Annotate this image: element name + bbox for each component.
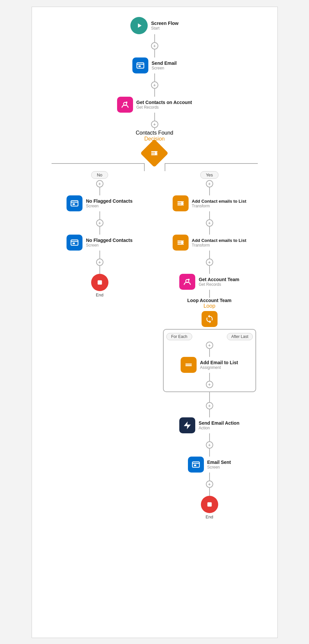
email-sent-label: Email Sent Screen [207,460,231,470]
start-node[interactable]: Screen Flow Start [130,17,178,34]
for-each-label: For Each [166,333,193,340]
no-flagged-1-icon [67,195,82,211]
connector [209,187,210,195]
get-account-team-node[interactable]: Get Account Team Get Records [179,274,239,290]
add-after-email-sent[interactable]: + [206,481,213,488]
branch-columns: No + No Flagged Contacts Screen + [45,171,264,519]
add-after-get-contacts[interactable]: + [151,121,158,128]
connector [209,251,210,259]
svg-point-28 [188,279,190,280]
add-after-send-email[interactable]: + [151,81,158,89]
add-in-loop[interactable]: + [206,342,213,349]
svg-rect-14 [73,203,75,205]
connector [99,211,100,219]
add-email-to-list-label: Add Email to List Assignment [200,360,238,370]
get-contacts-node[interactable]: Get Contacts on Account Get Records [117,97,192,113]
svg-marker-31 [184,421,191,429]
add-after-add-email[interactable]: + [206,381,213,388]
add-contact-emails-2-label: Add Contact emails to List Transform [192,238,246,248]
svg-marker-0 [138,24,142,28]
loop-label: Loop Account Team Loop [187,298,232,309]
add-after-no-flagged-1[interactable]: + [96,219,103,227]
connector [154,73,155,81]
add-after-ace1[interactable]: + [206,219,213,227]
end-right-icon [201,496,218,513]
right-arm-line [165,163,258,171]
connector [209,409,210,417]
left-horiz [52,163,145,164]
end-right-node[interactable]: End [201,496,218,519]
send-email-action-icon [179,417,195,433]
no-flagged-2-icon [67,235,82,251]
after-last-label: After Last [227,333,252,340]
add-contact-emails-1-label: Add Contact emails to List Transform [192,199,246,208]
svg-rect-18 [97,280,102,285]
left-branch: No + No Flagged Contacts Screen + [45,171,155,297]
connector [209,473,210,481]
no-flagged-1-label: No Flagged Contacts Screen [86,198,132,208]
add-after-ace2[interactable]: + [206,259,213,266]
add-contact-emails-1-node[interactable]: Add Contact emails to List Transform [173,195,246,211]
loop-icon[interactable] [202,311,218,327]
connector [99,251,100,259]
connector [209,227,210,235]
start-icon [130,17,148,34]
flow-root: Screen Flow Start + Send Email Screen + [32,14,277,519]
connector [154,113,155,121]
svg-rect-35 [207,502,212,507]
connector [209,373,210,381]
left-arm-line [52,163,145,171]
email-sent-icon [188,457,204,473]
end-left-node[interactable]: End [91,274,108,297]
add-after-start[interactable]: + [151,42,158,50]
connector [209,433,210,441]
add-contact-emails-2-node[interactable]: Add Contact emails to List Transform [173,235,246,251]
no-branch-label: No [91,171,108,179]
add-email-to-list-node[interactable]: Add Email to List Assignment [181,357,238,373]
send-email-screen-icon [132,57,148,73]
right-horiz [165,163,258,164]
connector [209,266,210,274]
yes-branch-label: Yes [200,171,219,179]
no-flagged-1-node[interactable]: No Flagged Contacts Screen [67,195,132,211]
add-contact-emails-2-icon [173,235,189,251]
connector [99,266,100,274]
email-sent-node[interactable]: Email Sent Screen [188,457,231,473]
svg-rect-17 [73,243,75,244]
right-branch: Yes + Add Contact emails to List Transfo… [155,171,264,519]
add-after-send-action[interactable]: + [206,441,213,449]
connector [209,392,210,402]
decision-node[interactable]: Contacts Found Decision [136,130,173,163]
start-node-label: Screen Flow Start [151,21,178,31]
end-left-icon [91,274,108,291]
flow-canvas: Screen Flow Start + Send Email Screen + [32,7,278,638]
add-contact-emails-1-icon [173,195,189,211]
send-email-action-label: Send Email Action Action [199,420,239,430]
connector [99,227,100,235]
connector [209,488,210,496]
add-yes-branch[interactable]: + [206,180,213,187]
branch-lines [52,163,258,171]
loop-box: For Each After Last + Add Email to List … [163,329,256,392]
send-email-screen-node[interactable]: Send Email Screen [132,57,177,73]
add-after-loop[interactable]: + [206,402,213,409]
right-vert [165,164,165,171]
connector [154,34,155,42]
get-contacts-icon [117,97,133,113]
add-no-branch[interactable]: + [96,180,103,187]
connector [209,290,210,298]
get-contacts-label: Get Contacts on Account Get Records [136,100,192,110]
svg-rect-34 [194,465,196,466]
connector [209,211,210,219]
no-flagged-2-node[interactable]: No Flagged Contacts Screen [67,235,132,251]
connector [154,50,155,57]
center-spacer [145,163,165,171]
send-email-action-node[interactable]: Send Email Action Action [179,417,239,433]
no-flagged-2-label: No Flagged Contacts Screen [86,238,132,248]
send-email-screen-label: Send Email Screen [152,60,177,70]
add-after-no-flagged-2[interactable]: + [96,259,103,266]
connector [209,449,210,457]
loop-labels: For Each After Last [164,333,255,340]
add-email-to-list-icon [181,357,197,373]
get-account-team-icon [179,274,195,290]
